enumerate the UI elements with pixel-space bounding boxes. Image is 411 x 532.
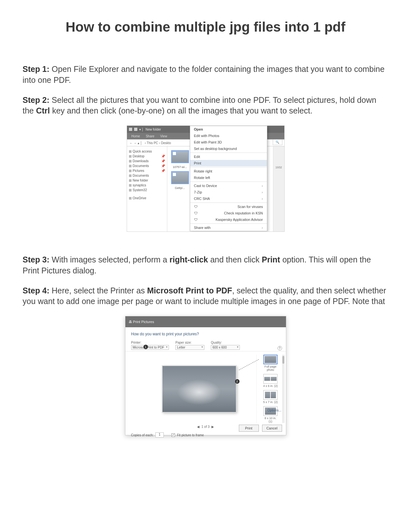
sidebar-item-onedrive[interactable]: OneDrive bbox=[128, 196, 166, 201]
paper-select[interactable]: Letter bbox=[175, 345, 204, 350]
image-thumbnail[interactable] bbox=[171, 150, 189, 163]
page-title: How to combine multiple jpg files into 1… bbox=[23, 19, 388, 35]
window-title: New folder bbox=[146, 128, 161, 131]
folder-icon bbox=[129, 184, 132, 187]
step-1: Step 1: Open File Explorer and navigate … bbox=[23, 64, 388, 86]
pictures-icon bbox=[129, 170, 132, 172]
menu-label: 7-Zip bbox=[194, 190, 202, 194]
paper-label: Paper size: bbox=[175, 341, 204, 344]
sidebar-item-newfolder[interactable]: New folder bbox=[128, 178, 166, 183]
menu-edit-paint3d[interactable]: Edit with Paint 3D bbox=[190, 139, 267, 145]
folder-icon bbox=[129, 128, 132, 131]
menu-label: Edit with Photos bbox=[194, 134, 220, 138]
layout-5x7[interactable]: 5 x 7 in. (2) bbox=[263, 390, 278, 404]
folder-icon bbox=[129, 179, 132, 182]
menu-label: Open bbox=[194, 127, 203, 131]
copies-spinbox[interactable]: 1 bbox=[155, 432, 164, 438]
ribbon-home[interactable]: Home bbox=[132, 134, 140, 138]
document-page: How to combine multiple jpg files into 1… bbox=[0, 0, 411, 532]
folder-icon bbox=[129, 189, 132, 192]
menu-set-background[interactable]: Set as desktop background bbox=[190, 145, 267, 152]
sidebar-label: Documents bbox=[133, 164, 149, 168]
cloud-icon bbox=[129, 197, 132, 200]
menu-label: Kaspersky Application Advisor bbox=[216, 218, 263, 222]
step-4-bold: Microsoft Print to PDF bbox=[147, 286, 232, 295]
menu-label: Scan for viruses bbox=[238, 205, 263, 209]
step-3-bold1: right-click bbox=[170, 255, 208, 264]
menu-label: Share with bbox=[194, 226, 211, 230]
step-4: Step 4: Here, select the Printer as Micr… bbox=[23, 285, 388, 307]
step-2: Step 2: Select all the pictures that you… bbox=[23, 95, 388, 117]
step-3-bold2: Print bbox=[262, 255, 280, 264]
breadcrumb[interactable]: › This PC › Deskto bbox=[145, 141, 171, 145]
sidebar-label: OneDrive bbox=[133, 196, 146, 200]
ribbon-view[interactable]: View bbox=[160, 134, 167, 138]
menu-label: Set as desktop background bbox=[194, 147, 237, 151]
printer-select[interactable]: Microsoft Print to PDF bbox=[131, 345, 169, 350]
sidebar-item-documents[interactable]: Documents📌 bbox=[128, 163, 166, 168]
sidebar-quick-access[interactable]: Quick access bbox=[128, 149, 166, 154]
callout-badge-2: 2 bbox=[235, 379, 240, 384]
menu-crc[interactable]: CRC SHA› bbox=[190, 195, 267, 202]
menu-print[interactable]: Print bbox=[190, 160, 267, 166]
callout-badge-1: 1 bbox=[143, 345, 148, 349]
menu-rotate-right[interactable]: Rotate right bbox=[190, 168, 267, 174]
copies-label: Copies of each: bbox=[131, 433, 154, 437]
menu-edit[interactable]: Edit bbox=[190, 153, 267, 160]
explorer-search[interactable]: 🔍 bbox=[273, 139, 282, 145]
menu-rotate-left[interactable]: Rotate left bbox=[190, 174, 267, 181]
layout-scrollbar[interactable] bbox=[282, 355, 285, 423]
layout-label: 8 x 10 in. (1) bbox=[265, 417, 277, 423]
quality-select[interactable]: 600 x 600 bbox=[211, 345, 240, 350]
menu-ksn[interactable]: 🛡 Check reputation in KSN bbox=[190, 210, 267, 216]
chevron-right-icon: › bbox=[262, 184, 263, 188]
sidebar-item-pictures[interactable]: Pictures📌 bbox=[128, 168, 166, 173]
menu-divider bbox=[190, 182, 267, 182]
print-button[interactable]: Print bbox=[239, 425, 259, 432]
explorer-sidebar: Quick access Desktop📌 Downloads📌 Documen… bbox=[127, 146, 167, 232]
menu-edit-photos[interactable]: Edit with Photos bbox=[190, 133, 267, 139]
copies-row: Copies of each: 1 ✓ Fit picture to frame bbox=[125, 430, 286, 439]
menu-share-with[interactable]: Share with› bbox=[190, 224, 267, 231]
menu-advisor[interactable]: 🛡 Kaspersky Application Advisor bbox=[190, 216, 267, 223]
options-link[interactable]: Options... bbox=[268, 409, 281, 412]
print-preview bbox=[129, 355, 256, 423]
quality-label: Quality: bbox=[211, 341, 240, 344]
sidebar-label: Documents bbox=[133, 174, 149, 177]
step-1-label: Step 1: bbox=[23, 64, 49, 74]
thumb-label-1: 10757-wi... bbox=[170, 165, 190, 169]
help-icon[interactable]: ? bbox=[278, 346, 282, 350]
menu-divider bbox=[190, 202, 267, 203]
chevron-right-icon: › bbox=[262, 190, 263, 194]
menu-label: Check reputation in KSN bbox=[224, 211, 263, 215]
sidebar-item-desktop[interactable]: Desktop📌 bbox=[128, 154, 166, 159]
dialog-controls: Printer: Microsoft Print to PDF Paper si… bbox=[125, 337, 286, 351]
sidebar-item-documents-2[interactable]: Documents bbox=[128, 173, 166, 178]
layout-4x6[interactable]: 4 x 6 in. (2) bbox=[263, 374, 278, 388]
screenshot-2-wrap: 🖶 Print Pictures How do you want to prin… bbox=[23, 316, 388, 435]
menu-7zip[interactable]: 7-Zip› bbox=[190, 189, 267, 195]
fit-label: Fit picture to frame bbox=[177, 433, 204, 437]
fit-checkbox[interactable]: ✓ bbox=[171, 433, 175, 437]
cancel-button[interactable]: Cancel bbox=[262, 425, 282, 432]
pager-text: 1 of 3 bbox=[201, 425, 210, 429]
layout-full-page[interactable]: Full page photo bbox=[263, 355, 278, 371]
menu-cast[interactable]: Cast to Device› bbox=[190, 182, 267, 189]
app-icon bbox=[134, 128, 137, 131]
screenshot-1-wrap: ▾ │ New folder Home Share View ← → ▴ │ ›… bbox=[23, 125, 388, 232]
dialog-buttons: Print Cancel bbox=[239, 425, 282, 432]
paper-group: Paper size: Letter bbox=[175, 341, 204, 350]
menu-open[interactable]: Open bbox=[190, 126, 267, 133]
quality-group: Quality: 600 x 600 bbox=[211, 341, 240, 350]
menu-scan[interactable]: 🛡 Scan for viruses bbox=[190, 203, 267, 210]
sidebar-label: Downloads bbox=[133, 159, 149, 163]
menu-label: Cast to Device bbox=[194, 184, 217, 188]
sidebar-item-synaptics[interactable]: synaptics bbox=[128, 183, 166, 188]
sidebar-item-system32[interactable]: System32 bbox=[128, 188, 166, 192]
sidebar-label: New folder bbox=[133, 179, 148, 182]
layout-label: Full page photo bbox=[264, 365, 276, 371]
menu-label: Edit bbox=[194, 155, 200, 159]
ribbon-share[interactable]: Share bbox=[146, 134, 154, 138]
image-thumbnail[interactable] bbox=[171, 171, 189, 184]
sidebar-item-downloads[interactable]: Downloads📌 bbox=[128, 159, 166, 163]
